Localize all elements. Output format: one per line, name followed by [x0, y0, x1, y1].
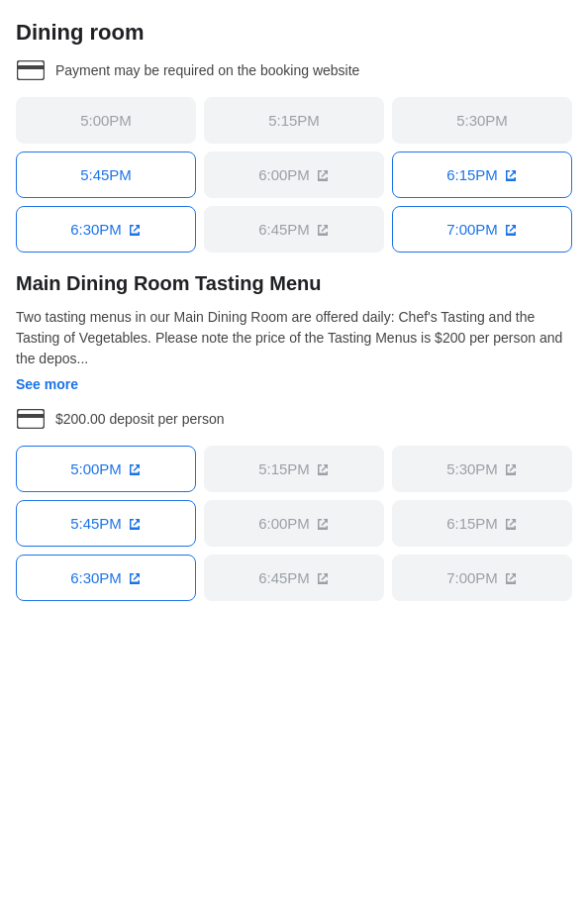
- external-link-icon: [316, 168, 330, 182]
- deposit-notice: $200.00 deposit per person: [16, 408, 572, 430]
- tm-time-slot-530pm[interactable]: 5:30PM: [392, 446, 572, 492]
- tm-ext-icon-2: [316, 462, 330, 476]
- payment-notice: Payment may be required on the booking w…: [16, 59, 572, 81]
- tm-time-slot-700pm[interactable]: 7:00PM: [392, 555, 572, 601]
- external-link-icon-5: [504, 223, 518, 237]
- tm-time-slot-515pm[interactable]: 5:15PM: [204, 446, 384, 492]
- tm-time-slot-600pm[interactable]: 6:00PM: [204, 500, 384, 547]
- tasting-menu-time-grid: 5:00PM 5:15PM 5:30PM 5:45PM: [16, 446, 572, 601]
- time-slot-615pm-available-external[interactable]: 6:15PM: [392, 152, 572, 198]
- external-link-icon-3: [128, 223, 142, 237]
- external-link-icon-2: [504, 168, 518, 182]
- tm-time-slot-645pm[interactable]: 6:45PM: [204, 555, 384, 601]
- tm-ext-icon-4: [128, 517, 142, 531]
- tm-time-slot-630pm[interactable]: 6:30PM: [16, 555, 196, 601]
- tm-ext-icon-9: [504, 571, 518, 585]
- time-slot-600pm-external[interactable]: 6:00PM: [204, 152, 384, 198]
- deposit-card-icon: [16, 408, 46, 430]
- tm-ext-icon-5: [316, 517, 330, 531]
- see-more-link[interactable]: See more: [16, 376, 78, 392]
- tm-time-slot-500pm[interactable]: 5:00PM: [16, 446, 196, 492]
- deposit-notice-text: $200.00 deposit per person: [55, 411, 224, 427]
- time-slot-700pm-available-external[interactable]: 7:00PM: [392, 206, 572, 253]
- tm-time-slot-615pm[interactable]: 6:15PM: [392, 500, 572, 547]
- time-slot-500pm-unavailable[interactable]: 5:00PM: [16, 97, 196, 144]
- tasting-menu-title: Main Dining Room Tasting Menu: [16, 272, 572, 295]
- time-slot-545pm-available[interactable]: 5:45PM: [16, 152, 196, 198]
- tm-ext-icon-3: [504, 462, 518, 476]
- tm-ext-icon-1: [128, 462, 142, 476]
- time-slot-645pm-external[interactable]: 6:45PM: [204, 206, 384, 253]
- tm-time-slot-545pm[interactable]: 5:45PM: [16, 500, 196, 547]
- svg-rect-1: [17, 65, 45, 69]
- dining-room-title: Dining room: [16, 20, 572, 46]
- tm-ext-icon-7: [128, 571, 142, 585]
- time-slot-630pm-available-external[interactable]: 6:30PM: [16, 206, 196, 253]
- svg-rect-2: [18, 410, 45, 429]
- external-link-icon-4: [316, 223, 330, 237]
- tasting-menu-description: Two tasting menus in our Main Dining Roo…: [16, 307, 572, 369]
- svg-rect-0: [18, 61, 45, 80]
- svg-rect-3: [17, 414, 45, 418]
- time-slot-515pm-unavailable[interactable]: 5:15PM: [204, 97, 384, 144]
- card-icon: [16, 59, 46, 81]
- payment-notice-text: Payment may be required on the booking w…: [55, 62, 359, 78]
- tm-ext-icon-8: [316, 571, 330, 585]
- time-slot-530pm-unavailable[interactable]: 5:30PM: [392, 97, 572, 144]
- dining-room-time-grid: 5:00PM 5:15PM 5:30PM 5:45PM 6:00PM 6:15P…: [16, 97, 572, 253]
- tm-ext-icon-6: [504, 517, 518, 531]
